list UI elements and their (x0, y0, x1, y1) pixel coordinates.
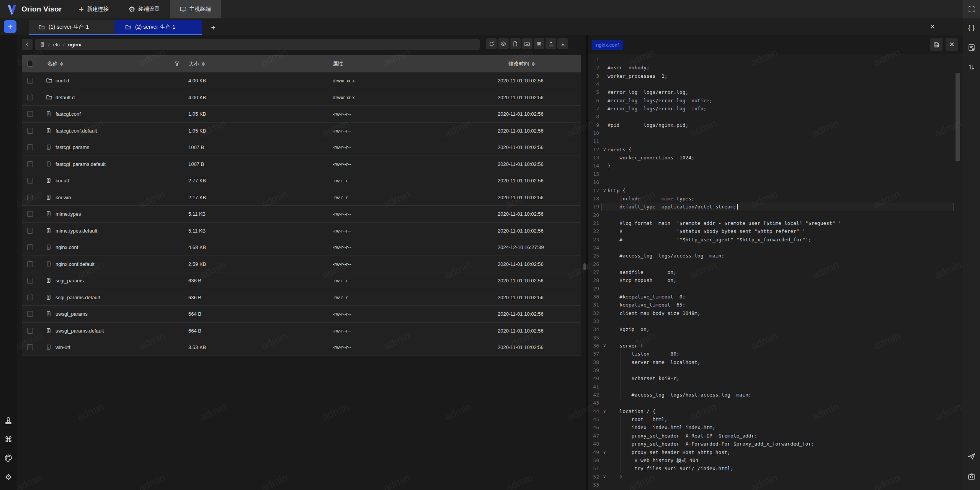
editor-line[interactable]: 17 http { (588, 187, 954, 195)
editor-line-body[interactable]: index index.html index.htm; (601, 423, 954, 431)
editor-line-body[interactable]: root html; (601, 415, 954, 423)
menu-item-new-connection[interactable]: + 新建连接 (69, 0, 118, 18)
file-name[interactable]: scgi_params.default (56, 289, 100, 306)
editor-line-body[interactable]: } (601, 473, 954, 481)
editor-line[interactable]: 51 try_files $uri $uri/ /index.html; (588, 464, 954, 472)
row-checkbox[interactable] (27, 178, 33, 184)
editor-line[interactable]: 42 #access_log logs/host.access.log main… (588, 391, 954, 399)
column-header-modified[interactable]: 修改时间 (508, 55, 535, 72)
row-checkbox[interactable] (27, 111, 33, 117)
editor-line-body[interactable]: #user nobody; (601, 64, 954, 72)
row-checkbox[interactable] (27, 161, 33, 167)
editor-line[interactable]: 7 #error_log logs/error.log info; (588, 105, 954, 113)
row-checkbox[interactable] (27, 78, 33, 84)
editor-line[interactable]: 25 #access_log logs/access.log main; (588, 252, 954, 260)
editor-line-body[interactable]: #pid logs/nginx.pid; (601, 121, 954, 129)
editor-line-body[interactable]: #log_format main '$remote_addr - $remote… (601, 219, 954, 227)
row-checkbox[interactable] (27, 128, 33, 134)
editor-line[interactable]: 3 worker_processes 1; (588, 72, 954, 80)
breadcrumb-segment-etc[interactable]: etc (53, 42, 60, 48)
editor-line[interactable]: 12 events { (588, 146, 954, 154)
editor-line-body[interactable]: events { (601, 146, 954, 154)
file-name[interactable]: fastcgi_params (56, 139, 89, 156)
file-name[interactable]: koi-utf (56, 172, 69, 189)
editor-line[interactable]: 48 proxy_set_header X-Forwarded-For $pro… (588, 440, 954, 448)
table-row[interactable]: mime.types 5.11 KB -rw-r--r-- 2020-11-01… (22, 206, 581, 223)
editor-line[interactable]: 2 #user nobody; (588, 64, 954, 72)
file-name[interactable]: fastcgi.conf.default (56, 123, 97, 139)
select-all-checkbox[interactable] (27, 61, 33, 67)
editor-line-body[interactable]: #access_log logs/access.log main; (601, 252, 954, 260)
new-file-button[interactable] (510, 38, 521, 49)
editor-line[interactable]: 26 (588, 260, 954, 268)
editor-line-body[interactable] (601, 383, 954, 391)
editor-line[interactable]: 20 (588, 211, 954, 219)
editor-line[interactable]: 23 # '"$http_user_agent" "$http_x_forwar… (588, 236, 954, 244)
editor-line-body[interactable] (601, 399, 954, 407)
sort-carets[interactable] (532, 62, 535, 66)
table-row[interactable]: koi-win 2.17 KB -rw-r--r-- 2020-11-01 10… (22, 189, 581, 206)
editor-line-body[interactable]: # '$status $body_bytes_sent "$http_refer… (601, 227, 954, 235)
table-row[interactable]: fastcgi.conf.default 1.05 KB -rw-r--r-- … (22, 123, 581, 139)
table-row[interactable]: mime.types.default 5.11 KB -rw-r--r-- 20… (22, 223, 581, 239)
theme-palette-icon[interactable] (4, 454, 13, 463)
upload-button[interactable] (546, 38, 556, 49)
fold-icon[interactable] (601, 342, 608, 350)
editor-line-body[interactable]: #gzip on; (601, 325, 954, 333)
editor-line[interactable]: 27 sendfile on; (588, 268, 954, 276)
add-tab-button[interactable]: + (202, 20, 225, 35)
editor-file-tab[interactable]: nginx.conf (592, 40, 623, 50)
file-name[interactable]: nginx.conf (56, 239, 78, 256)
editor-line[interactable]: 31 keepalive_timeout 65; (588, 301, 954, 309)
editor-line[interactable]: 47 proxy_set_header X-Real-IP $remote_ad… (588, 432, 954, 440)
editor-line-body[interactable]: # '"$http_user_agent" "$http_x_forwarded… (601, 236, 954, 244)
row-checkbox[interactable] (27, 295, 33, 300)
path-breadcrumb[interactable]: / etc / nginx (35, 39, 480, 50)
editor-line[interactable]: 21 #log_format main '$remote_addr - $rem… (588, 219, 954, 227)
table-row[interactable]: win-utf 3.53 KB -rw-r--r-- 2020-11-01 10… (22, 339, 581, 356)
editor-line[interactable]: 18 include mime.types; (588, 195, 954, 203)
editor-line[interactable]: 4 (588, 80, 954, 88)
editor-scrollbar[interactable] (956, 73, 960, 161)
editor-line[interactable]: 19 default_type application/octet-stream… (588, 203, 954, 211)
editor-line-body[interactable] (601, 211, 954, 219)
editor-line-body[interactable]: default_type application/octet-stream; (601, 203, 954, 211)
sort-carets[interactable] (60, 62, 63, 66)
editor-line[interactable]: 34 #gzip on; (588, 325, 954, 333)
editor-line-body[interactable]: # web history 模式 404 (601, 456, 954, 464)
table-row[interactable]: uwsgi_params.default 664 B -rw-r--r-- 20… (22, 323, 581, 339)
editor-line[interactable]: 11 (588, 137, 954, 145)
editor-line-body[interactable] (601, 80, 954, 88)
editor-line-body[interactable]: http { (601, 187, 954, 195)
editor-line[interactable]: 37 listen 80; (588, 350, 954, 358)
editor-line-body[interactable]: #error_log logs/error.log; (601, 88, 954, 96)
shortcut-keys-icon[interactable] (4, 435, 13, 444)
row-checkbox[interactable] (27, 344, 33, 350)
editor-line[interactable]: 24 (588, 244, 954, 252)
editor-line-body[interactable]: include mime.types; (601, 195, 954, 203)
file-name[interactable]: koi-win (56, 189, 71, 206)
editor-line-body[interactable] (601, 170, 954, 178)
editor-line[interactable]: 28 #tcp_nopush on; (588, 276, 954, 284)
sort-carets[interactable] (202, 62, 205, 66)
fold-icon[interactable] (601, 407, 608, 415)
editor-line[interactable]: 10 (588, 129, 954, 137)
file-name[interactable]: mime.types.default (56, 223, 97, 239)
editor-line-body[interactable]: worker_connections 1024; (601, 154, 954, 162)
editor-line[interactable]: 41 (588, 383, 954, 391)
file-name[interactable]: scgi_params (56, 272, 84, 289)
file-name[interactable]: fastcgi.conf (56, 106, 81, 123)
editor-line[interactable]: 44 location / { (588, 407, 954, 415)
screenshot-camera-icon[interactable] (967, 472, 977, 482)
editor-line-body[interactable]: } (601, 162, 954, 170)
file-name[interactable]: nginx.conf.default (56, 256, 95, 273)
editor-line[interactable]: 22 # '$status $body_bytes_sent "$http_re… (588, 227, 954, 235)
editor-line[interactable]: 50 # web history 模式 404 (588, 456, 954, 464)
editor-line[interactable]: 53 (588, 481, 954, 489)
tab-server-2-active[interactable]: (2) server-生产-1 (115, 20, 202, 35)
table-row[interactable]: nginx.conf.default 2.59 KB -rw-r--r-- 20… (22, 256, 581, 273)
send-command-icon[interactable] (967, 451, 977, 461)
editor-line-body[interactable]: #error_log logs/error.log notice; (601, 97, 954, 105)
row-checkbox[interactable] (27, 311, 33, 317)
fold-icon[interactable] (601, 146, 608, 154)
